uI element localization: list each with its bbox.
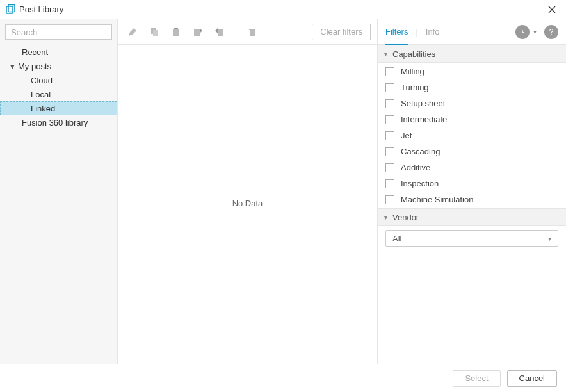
checkbox-icon	[385, 179, 394, 188]
checkbox-label: Cascading	[401, 147, 440, 156]
section-label: Vendor	[392, 213, 419, 222]
caret-down-icon: ▾	[384, 214, 387, 221]
capability-machine-simulation[interactable]: Machine Simulation	[385, 195, 558, 204]
svg-rect-0	[6, 6, 13, 13]
checkbox-icon	[385, 131, 394, 140]
tree-item-recent[interactable]: Recent	[0, 45, 117, 59]
tab-separator: |	[416, 27, 417, 37]
checkbox-label: Additive	[401, 163, 430, 172]
svg-rect-3	[153, 30, 158, 36]
clock-icon[interactable]	[515, 25, 530, 39]
checkbox-icon	[385, 163, 394, 172]
toolbar-separator	[236, 26, 236, 38]
checkbox-icon	[385, 67, 394, 76]
help-icon[interactable]: ?	[544, 25, 558, 39]
chevron-down-icon[interactable]: ▾	[533, 28, 537, 35]
clear-filters-label: Clear filters	[320, 27, 362, 37]
import-icon[interactable]	[190, 24, 206, 40]
button-label: Cancel	[519, 373, 545, 383]
no-data-label: No Data	[232, 199, 263, 208]
app-icon	[5, 4, 15, 15]
caret-down-icon: ▾	[384, 51, 387, 58]
checkbox-label: Jet	[401, 131, 412, 140]
checkbox-icon	[385, 195, 394, 204]
tree-item-cloud[interactable]: Cloud	[0, 73, 117, 87]
checkbox-label: Intermediate	[401, 115, 447, 124]
tree-label: Fusion 360 library	[22, 118, 88, 127]
svg-rect-5	[174, 28, 178, 29]
capability-intermediate[interactable]: Intermediate	[385, 115, 558, 124]
tree-item-my-posts[interactable]: ▾ My posts	[0, 59, 117, 73]
tab-info[interactable]: Info	[426, 19, 440, 45]
svg-rect-1	[8, 4, 15, 12]
button-label: Select	[465, 373, 488, 383]
capability-cascading[interactable]: Cascading	[385, 147, 558, 156]
export-icon[interactable]	[211, 24, 228, 40]
capability-milling[interactable]: Milling	[385, 67, 558, 76]
checkbox-label: Turning	[401, 83, 429, 92]
paste-icon[interactable]	[168, 24, 184, 40]
tree-label: Local	[31, 90, 51, 99]
checkbox-icon	[385, 147, 394, 156]
filter-pane: Filters | Info ▾ ? ▾ Capabilities Millin…	[377, 19, 566, 364]
tree-label: Cloud	[31, 76, 53, 85]
tree-label: My posts	[18, 61, 51, 71]
checkbox-label: Inspection	[401, 179, 439, 188]
copy-icon[interactable]	[146, 24, 163, 40]
capability-jet[interactable]: Jet	[385, 131, 558, 140]
checkbox-icon	[385, 99, 394, 108]
clear-filters-button[interactable]: Clear filters	[312, 24, 371, 40]
svg-rect-8	[250, 30, 255, 36]
svg-rect-4	[173, 29, 179, 36]
content-pane: Clear filters No Data	[118, 19, 377, 364]
checkbox-label: Machine Simulation	[401, 195, 473, 204]
tab-filters[interactable]: Filters	[385, 19, 408, 45]
edit-icon[interactable]	[124, 24, 141, 40]
checkbox-label: Milling	[401, 67, 424, 76]
capability-additive[interactable]: Additive	[385, 163, 558, 172]
search-input[interactable]	[5, 24, 112, 40]
capability-inspection[interactable]: Inspection	[385, 179, 558, 188]
tree-item-local[interactable]: Local	[0, 87, 117, 101]
tree-label: Linked	[31, 104, 55, 113]
svg-rect-6	[194, 29, 200, 36]
select-value: All	[392, 234, 401, 243]
capability-turning[interactable]: Turning	[385, 83, 558, 92]
svg-rect-9	[249, 29, 255, 30]
section-label: Capabilities	[392, 49, 435, 59]
caret-down-icon: ▾	[9, 61, 15, 71]
window-title: Post Library	[19, 4, 63, 14]
section-vendor-header[interactable]: ▾ Vendor	[378, 208, 566, 226]
chevron-down-icon: ▾	[548, 235, 551, 242]
svg-rect-7	[218, 29, 223, 36]
vendor-select[interactable]: All ▾	[385, 230, 558, 247]
select-button[interactable]: Select	[453, 370, 500, 387]
tree-label: Recent	[22, 47, 48, 57]
checkbox-label: Setup sheet	[401, 99, 445, 108]
cancel-button[interactable]: Cancel	[507, 370, 557, 387]
delete-icon[interactable]	[244, 24, 261, 40]
section-capabilities-header[interactable]: ▾ Capabilities	[378, 45, 566, 63]
window-close-button[interactable]	[543, 1, 561, 19]
tree-pane: Recent ▾ My posts Cloud Local Linked Fus…	[0, 19, 118, 364]
checkbox-icon	[385, 115, 394, 124]
search-field[interactable]	[5, 24, 112, 40]
tree-item-linked[interactable]: Linked	[0, 101, 117, 115]
capability-setup-sheet[interactable]: Setup sheet	[385, 99, 558, 108]
dialog-footer: Select Cancel	[0, 364, 566, 392]
checkbox-icon	[385, 83, 394, 92]
content-toolbar: Clear filters	[118, 19, 377, 45]
tree-item-fusion-library[interactable]: Fusion 360 library	[0, 115, 117, 129]
